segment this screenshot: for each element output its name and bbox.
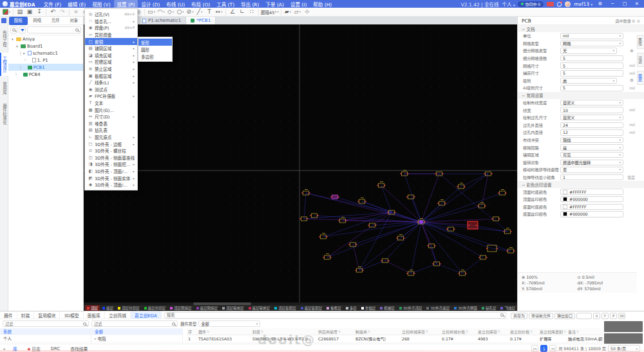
layer-tab[interactable]: 顶层锡膏层 bbox=[220, 305, 246, 311]
column-header[interactable]: 立创商城库存⇅ bbox=[401, 328, 440, 335]
column-header[interactable]: 序 bbox=[187, 328, 197, 335]
property-input[interactable]: 5 bbox=[560, 85, 623, 91]
layer-tab[interactable]: 钻孔层 bbox=[480, 305, 498, 311]
column-header[interactable]: 嘉立创库存⇅ bbox=[477, 328, 509, 335]
rail-tab[interactable]: 器件标准化 bbox=[0, 100, 8, 128]
library-tab[interactable]: 复用模块 bbox=[34, 311, 60, 319]
submenu-item[interactable]: 圆形 bbox=[138, 46, 172, 53]
menubar-item[interactable]: 下单 (A) bbox=[263, 0, 287, 8]
slot-tool-button[interactable]: ⊘▾ bbox=[185, 8, 194, 16]
menubar-item[interactable]: 布局 (O) bbox=[188, 0, 213, 8]
window-maximize-button[interactable]: ▢ bbox=[620, 0, 629, 8]
place-menu-item[interactable]: ▤钻孔表 bbox=[85, 127, 137, 134]
place-menu-item[interactable]: ↔尺寸(D)▸ bbox=[85, 113, 137, 120]
user-menu[interactable]: mxf13 ▾ bbox=[574, 1, 592, 7]
route-angle-button[interactable]: 跟随45°▾ bbox=[261, 8, 279, 16]
project-panel-tab[interactable]: 元件 bbox=[46, 17, 65, 25]
place-menu-item[interactable]: ◉测试点 bbox=[85, 86, 137, 93]
column-header[interactable]: 封装⇅ bbox=[251, 328, 317, 335]
panel-toggle-icon[interactable] bbox=[1, 18, 6, 23]
category-item[interactable]: 系统 bbox=[0, 328, 91, 335]
color-swatch[interactable] bbox=[563, 212, 567, 216]
pin-icon[interactable]: ⊙ bbox=[637, 19, 640, 23]
align-tool-button[interactable]: ⊹ bbox=[303, 8, 312, 16]
menubar-item[interactable]: 布线 (U) bbox=[163, 0, 188, 8]
notification-bell-icon[interactable] bbox=[557, 2, 562, 6]
measure-tool-button[interactable]: ∠ bbox=[228, 8, 237, 16]
right-side-tab[interactable]: 属性 bbox=[637, 35, 644, 49]
section-header[interactable]: − 文档 bbox=[518, 25, 644, 32]
tab-schematic[interactable]: P1.schematic1 bbox=[138, 17, 186, 24]
property-select[interactable]: 可见▾ bbox=[560, 152, 623, 158]
menubar-item[interactable]: 视图 (V) bbox=[89, 0, 113, 8]
avatar[interactable] bbox=[565, 1, 571, 7]
property-input[interactable]: 5 bbox=[560, 62, 623, 69]
property-select[interactable]: 自定义▾ bbox=[560, 115, 623, 121]
layer-tab[interactable]: 底层丝印层 bbox=[142, 305, 168, 311]
table-row[interactable]: 1TSA078161SA03SW-SMD_6P-L3.4-W3.4-P2.0..… bbox=[187, 335, 603, 343]
column-header[interactable]: 嘉立创价格⇅ bbox=[509, 328, 538, 335]
property-input[interactable]: 1 bbox=[560, 174, 623, 181]
tree-item-board1[interactable]: ▾Board1 bbox=[8, 42, 83, 50]
column-header[interactable]: 制造商⇅ bbox=[354, 328, 401, 335]
library-tab[interactable]: 3D模型 bbox=[60, 311, 83, 319]
place-menu-item[interactable]: ▭挖槽区域▸ bbox=[85, 59, 137, 66]
layer-tab[interactable]: 飞线层 bbox=[498, 305, 517, 311]
layer-style-button[interactable]: ▾ bbox=[2, 8, 11, 16]
property-select[interactable]: 阻挡▾ bbox=[560, 137, 623, 144]
mode-select[interactable]: 个人 ▾ bbox=[502, 1, 515, 8]
property-select[interactable]: 无▾ bbox=[560, 48, 617, 54]
settings-gear-icon[interactable]: ⚙ bbox=[596, 0, 605, 8]
place-menu-item[interactable]: ◎过孔(V)Alt+V bbox=[85, 11, 137, 18]
submenu-item[interactable]: 矩形 bbox=[138, 39, 172, 46]
row-action-icon[interactable]: ⊕ bbox=[629, 48, 635, 53]
copper-pour-top-button[interactable]: ▰▾ bbox=[283, 8, 292, 16]
place-menu-item[interactable]: ▦图片(G)... bbox=[85, 106, 137, 113]
dock-tab[interactable]: DRC bbox=[46, 344, 65, 352]
property-select[interactable]: 按选中图元旋转▾ bbox=[560, 160, 623, 166]
library-tab[interactable]: 立创商城 bbox=[105, 311, 131, 319]
origin-tool-button[interactable]: ∟ bbox=[238, 8, 247, 16]
property-input[interactable]: 12 bbox=[560, 129, 623, 136]
preview-toggle-s[interactable]: S bbox=[593, 313, 600, 319]
message-icon[interactable] bbox=[547, 2, 554, 6]
property-select[interactable]: 启▾ bbox=[560, 78, 617, 84]
layer-tab[interactable]: 文档层 bbox=[359, 305, 378, 311]
place-menu-item[interactable]: ▢3D外壳 - 边框▸ bbox=[85, 140, 137, 147]
layer-tab[interactable]: 底层装配层 bbox=[299, 305, 325, 311]
circle-tool-button[interactable]: ○▾ bbox=[176, 8, 185, 16]
property-input[interactable]: 10 bbox=[560, 107, 623, 113]
property-select[interactable]: mil▾ bbox=[560, 33, 623, 39]
menubar-item-active[interactable]: 放置 (P) bbox=[114, 0, 138, 8]
row-action-icon[interactable]: ⚙ bbox=[629, 78, 635, 83]
layer-tab[interactable]: 底层阻焊层 bbox=[194, 305, 220, 311]
menubar-item[interactable]: 导出 (R) bbox=[238, 0, 262, 8]
window-close-button[interactable]: ✕ bbox=[632, 0, 641, 8]
rail-tab[interactable]: 常用库 bbox=[0, 79, 8, 98]
library-tab[interactable]: 器件 bbox=[0, 311, 17, 319]
library-action-button[interactable]: 另存为 bbox=[511, 313, 527, 319]
first-page-button[interactable]: |< bbox=[531, 345, 538, 352]
project-panel-tab[interactable]: 网络 bbox=[28, 17, 47, 25]
last-page-button[interactable]: >| bbox=[549, 345, 556, 352]
submenu-item[interactable]: 多边形 bbox=[138, 53, 172, 60]
library-tab[interactable]: 封装 bbox=[17, 311, 35, 319]
property-select[interactable]: 否▾ bbox=[560, 167, 623, 173]
polygon-tool-button[interactable]: ◇▾ bbox=[166, 8, 175, 16]
property-input[interactable]: 24 bbox=[560, 122, 623, 129]
section-header[interactable]: − 常用设置 bbox=[518, 92, 644, 99]
window-minimize-button[interactable]: ─ bbox=[608, 0, 617, 8]
column-header[interactable]: 器件⇅ bbox=[197, 328, 251, 335]
library-action-button[interactable]: 弹出窗口 bbox=[554, 313, 575, 319]
place-menu-item[interactable]: ⊘禁止区域▸ bbox=[85, 66, 137, 73]
place-menu-item[interactable]: ◫3D外壳 - 侧面基准线 bbox=[85, 154, 137, 161]
tree-item-pcb4[interactable]: └PCB4 bbox=[8, 71, 83, 78]
redo-button[interactable]: ↷ bbox=[58, 8, 67, 16]
property-select[interactable]: 是▾ bbox=[560, 144, 623, 151]
category-item[interactable]: 个人 bbox=[0, 335, 91, 342]
preview-toggle-f[interactable]: F bbox=[601, 313, 609, 319]
layer-tab[interactable]: 顶层装配层 bbox=[272, 305, 298, 311]
filter-input-1[interactable] bbox=[3, 320, 89, 327]
pcb-canvas[interactable] bbox=[84, 24, 517, 302]
text-tool-button[interactable]: T bbox=[205, 8, 214, 16]
